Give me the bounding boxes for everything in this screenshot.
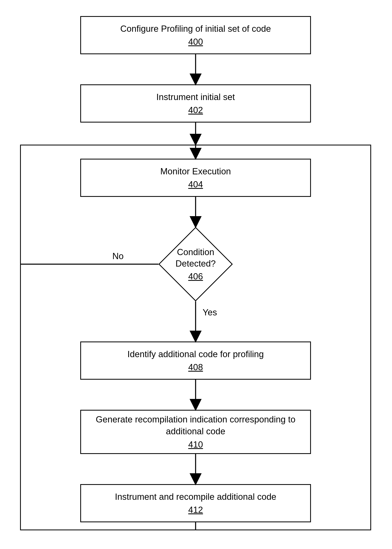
step-ref: 412	[188, 504, 203, 516]
decision-text-2: Detected?	[175, 258, 216, 269]
step-text: Identify additional code for profiling	[127, 348, 264, 360]
step-ref: 400	[188, 36, 203, 48]
decision-condition-detected: Condition Detected? 406	[159, 227, 233, 301]
step-text-2: additional code	[166, 425, 225, 437]
step-text: Instrument and recompile additional code	[115, 491, 276, 503]
step-text-1: Generate recompilation indication corres…	[96, 413, 295, 425]
step-instrument-initial: Instrument initial set 402	[80, 84, 311, 123]
step-instrument-recompile: Instrument and recompile additional code…	[80, 484, 311, 522]
step-text: Configure Profiling of initial set of co…	[120, 23, 271, 35]
decision-text-1: Condition	[175, 246, 216, 258]
step-monitor-execution: Monitor Execution 404	[80, 159, 311, 197]
flowchart-canvas: Configure Profiling of initial set of co…	[0, 0, 392, 549]
step-ref: 408	[188, 361, 203, 373]
step-ref: 410	[188, 439, 203, 450]
step-text: Instrument initial set	[156, 91, 235, 103]
step-ref: 402	[188, 104, 203, 116]
step-text: Monitor Execution	[160, 165, 231, 177]
label-yes: Yes	[203, 307, 217, 317]
step-generate-recompilation: Generate recompilation indication corres…	[80, 410, 311, 454]
loop-frame	[20, 145, 371, 530]
step-identify-additional: Identify additional code for profiling 4…	[80, 341, 311, 380]
decision-ref: 406	[175, 271, 216, 282]
label-no: No	[112, 251, 124, 261]
step-ref: 404	[188, 178, 203, 190]
step-configure-profiling: Configure Profiling of initial set of co…	[80, 16, 311, 54]
